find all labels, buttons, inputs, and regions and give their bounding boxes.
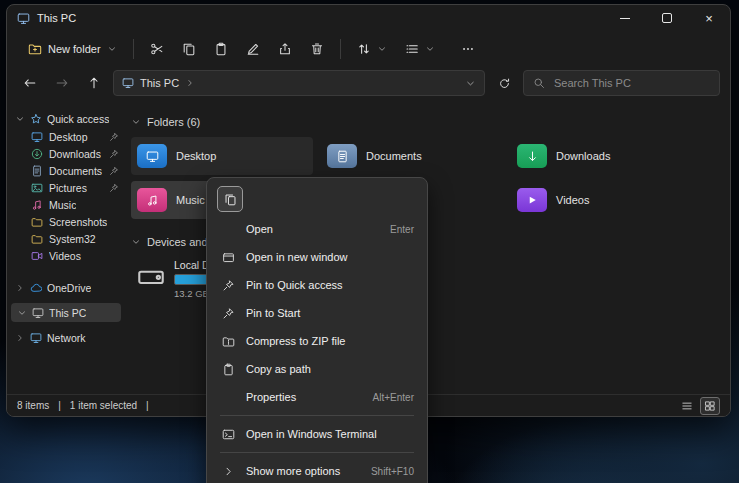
this-pc-icon: [17, 12, 30, 25]
search-icon: [533, 77, 545, 89]
context-menu-item-show-more-options[interactable]: Show more options Shift+F10: [211, 457, 423, 483]
folder-icon: [31, 233, 43, 245]
context-menu: Open Enter Open in new window Pin to Qui…: [206, 177, 428, 483]
back-button[interactable]: [17, 70, 43, 96]
properties-icon: [220, 389, 236, 405]
close-button[interactable]: ×: [688, 5, 730, 31]
context-menu-item-open-in-new-window[interactable]: Open in new window: [211, 243, 423, 271]
close-icon: ×: [705, 11, 713, 26]
folder-tile-documents[interactable]: Documents: [321, 137, 503, 175]
context-menu-item-pin-to-quick-access[interactable]: Pin to Quick access: [211, 271, 423, 299]
chevron-right-icon[interactable]: [15, 283, 25, 293]
copy-button[interactable]: [173, 34, 205, 64]
details-view-button[interactable]: [678, 398, 696, 414]
folders-header-label: Folders (6): [147, 116, 200, 128]
view-button[interactable]: [396, 34, 444, 64]
sidebar-item-label: System32: [49, 233, 96, 245]
share-icon: [278, 42, 292, 56]
refresh-icon: [498, 77, 511, 90]
new-folder-button[interactable]: New folder: [19, 34, 126, 64]
address-bar[interactable]: This PC: [113, 70, 485, 96]
quick-access-label: Quick access: [47, 113, 109, 125]
context-menu-icon-strip: [211, 183, 423, 215]
open-icon: [220, 221, 236, 237]
paste-button[interactable]: [205, 34, 237, 64]
sidebar-item-videos[interactable]: Videos: [7, 247, 125, 264]
chevron-down-icon[interactable]: [131, 237, 141, 247]
forward-button[interactable]: [49, 70, 75, 96]
more-options-button[interactable]: [452, 34, 484, 64]
rename-button[interactable]: [237, 34, 269, 64]
context-menu-item-open-in-windows-terminal[interactable]: Open in Windows Terminal: [211, 420, 423, 448]
pin-icon: [220, 305, 236, 321]
command-toolbar: New folder: [7, 31, 730, 67]
list-view-icon: [681, 400, 693, 412]
menu-item-shortcut: Alt+Enter: [373, 392, 414, 403]
context-menu-item-pin-to-start[interactable]: Pin to Start: [211, 299, 423, 327]
copy-button[interactable]: [217, 186, 243, 212]
sort-button[interactable]: [348, 34, 396, 64]
onedrive-icon: [30, 282, 42, 294]
chevron-right-icon[interactable]: [15, 333, 25, 343]
context-menu-item-properties[interactable]: Properties Alt+Enter: [211, 383, 423, 411]
delete-button[interactable]: [301, 34, 333, 64]
copy-icon: [224, 193, 237, 206]
chevron-down-icon[interactable]: [465, 78, 476, 89]
sidebar-item-network[interactable]: Network: [7, 328, 125, 347]
sidebar-item-label: Desktop: [49, 131, 88, 143]
sidebar-item-label: Documents: [49, 165, 102, 177]
desktop-icon: [137, 144, 167, 168]
forward-icon: [55, 76, 69, 90]
cut-button[interactable]: [141, 34, 173, 64]
menu-item-label: Open: [246, 223, 380, 235]
sidebar-item-music[interactable]: Music: [7, 196, 125, 213]
clipboard-icon: [220, 361, 236, 377]
folders-section-header[interactable]: Folders (6): [131, 113, 730, 131]
minimize-button[interactable]: [604, 5, 646, 31]
status-separator: |: [58, 400, 61, 411]
titlebar[interactable]: This PC ×: [7, 5, 730, 31]
sidebar-section-quick-access[interactable]: Quick access: [7, 110, 125, 128]
sidebar-item-this-pc[interactable]: This PC: [11, 303, 121, 322]
chevron-right-icon[interactable]: [185, 78, 195, 88]
menu-item-label: Compress to ZIP file: [246, 335, 404, 347]
refresh-button[interactable]: [491, 70, 517, 96]
downloads-icon: [31, 148, 43, 160]
sidebar-item-pictures[interactable]: Pictures: [7, 179, 125, 196]
address-row: This PC: [7, 67, 730, 99]
menu-item-shortcut: Enter: [390, 224, 414, 235]
thumbnail-view-button[interactable]: [700, 397, 720, 415]
search-input[interactable]: [552, 76, 710, 90]
sidebar-item-downloads[interactable]: Downloads: [7, 145, 125, 162]
folder-tile-desktop[interactable]: Desktop: [131, 137, 313, 175]
music-icon: [31, 199, 43, 211]
chevron-down-icon[interactable]: [17, 308, 27, 318]
breadcrumb[interactable]: This PC: [140, 77, 179, 89]
up-button[interactable]: [81, 70, 107, 96]
folder-tile-videos[interactable]: Videos: [511, 181, 693, 219]
copy-icon: [182, 42, 196, 56]
sidebar-item-label: Downloads: [49, 148, 101, 160]
search-box[interactable]: [523, 70, 720, 96]
chevron-down-icon[interactable]: [15, 114, 25, 124]
this-pc-icon: [32, 307, 44, 319]
context-menu-item-open[interactable]: Open Enter: [211, 215, 423, 243]
sidebar-item-desktop[interactable]: Desktop: [7, 128, 125, 145]
share-button[interactable]: [269, 34, 301, 64]
videos-icon: [31, 250, 43, 262]
sort-icon: [357, 42, 371, 56]
folder-tile-downloads[interactable]: Downloads: [511, 137, 693, 175]
sidebar-item-screenshots[interactable]: Screenshots: [7, 213, 125, 230]
sidebar-item-label: Music: [49, 199, 76, 211]
menu-item-shortcut: Shift+F10: [371, 466, 414, 477]
context-menu-item-compress-to-zip[interactable]: Compress to ZIP file: [211, 327, 423, 355]
context-menu-item-copy-as-path[interactable]: Copy as path: [211, 355, 423, 383]
maximize-button[interactable]: [646, 5, 688, 31]
sidebar-item-system32[interactable]: System32: [7, 230, 125, 247]
sidebar-item-onedrive[interactable]: OneDrive: [7, 278, 125, 297]
sidebar-item-documents[interactable]: Documents: [7, 162, 125, 179]
folder-label: Downloads: [556, 150, 610, 162]
chevron-down-icon[interactable]: [131, 117, 141, 127]
toolbar-separator: [133, 39, 134, 59]
selection-count: 1 item selected: [70, 400, 137, 411]
